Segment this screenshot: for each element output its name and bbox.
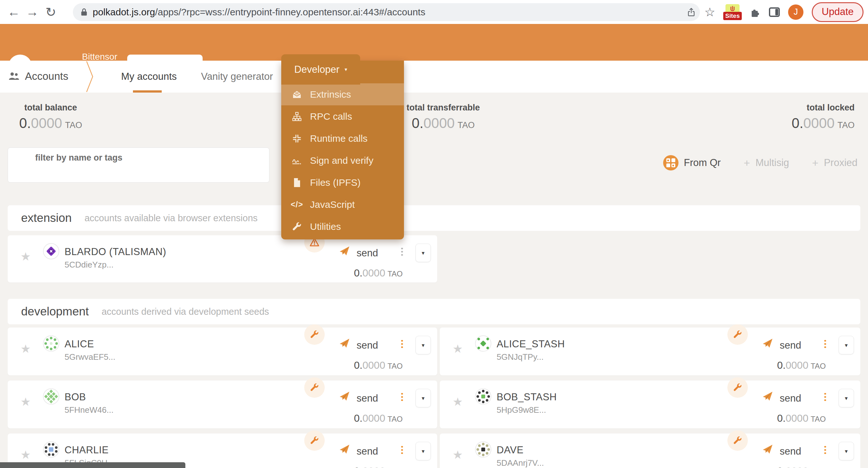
filter-input[interactable] — [35, 164, 263, 174]
side-panel-icon[interactable] — [769, 7, 780, 17]
expand-caret-button[interactable] — [415, 336, 431, 354]
account-name[interactable]: BOB_STASH — [497, 391, 557, 403]
send-button[interactable]: send — [780, 446, 801, 457]
browser-back-icon[interactable]: ← — [4, 5, 23, 19]
profile-avatar[interactable]: J — [788, 4, 803, 20]
more-menu-icon[interactable] — [399, 338, 405, 349]
address-bar[interactable]: polkadot.js.org/apps/?rpc=wss://entrypoi… — [73, 3, 700, 21]
add-multisig-button[interactable]: + Multisig — [744, 157, 789, 169]
menu-item-sign-verify[interactable]: Sign and verify — [281, 149, 404, 171]
menu-item-rpc-calls[interactable]: RPC calls — [281, 105, 404, 127]
dev-badge[interactable] — [727, 377, 748, 398]
menu-item-extrinsics[interactable]: Extrinsics — [281, 83, 404, 105]
send-icon[interactable] — [339, 245, 350, 258]
send-icon[interactable] — [339, 338, 350, 350]
more-menu-icon[interactable] — [399, 391, 405, 403]
dev-badge[interactable] — [304, 430, 325, 451]
menu-item-utilities[interactable]: Utilities — [281, 215, 404, 237]
more-menu-icon[interactable] — [399, 246, 405, 257]
dev-badge[interactable] — [304, 324, 325, 345]
account-address[interactable]: 5GNJqTPy... — [497, 352, 565, 362]
menu-item-javascript[interactable]: </> JavaScript — [281, 194, 404, 215]
favorite-star-icon[interactable] — [453, 448, 463, 462]
expand-caret-button[interactable] — [415, 243, 431, 262]
divider-chevron — [86, 61, 94, 94]
tab-vanity-generator[interactable]: Vanity generator — [201, 71, 273, 82]
more-menu-icon[interactable] — [822, 338, 828, 349]
bookmark-star-icon[interactable]: ☆ — [704, 5, 715, 19]
favorite-star-icon[interactable] — [453, 395, 463, 409]
send-icon[interactable] — [339, 391, 350, 403]
account-name[interactable]: CHARLIE — [65, 444, 115, 456]
chrome-update-button[interactable]: Update — [812, 2, 864, 22]
account-name[interactable]: BLARDO (TALISMAN) — [65, 246, 166, 258]
send-icon[interactable] — [762, 391, 773, 403]
expand-caret-button[interactable] — [415, 442, 431, 460]
active-tab-underline — [133, 90, 162, 93]
account-identicon[interactable] — [43, 388, 59, 405]
wrench-icon — [310, 330, 319, 339]
account-address[interactable]: 5FHneW46... — [65, 405, 114, 415]
dev-badge[interactable] — [304, 377, 325, 398]
send-button[interactable]: send — [356, 393, 378, 404]
send-icon[interactable] — [762, 444, 773, 456]
account-address[interactable]: 5CDdieYzp... — [65, 260, 166, 270]
qr-icon — [663, 155, 679, 170]
expand-caret-button[interactable] — [415, 389, 431, 407]
more-menu-icon[interactable] — [399, 444, 405, 456]
menu-item-files-ipfs[interactable]: Files (IPFS) — [281, 171, 404, 194]
filter-box: filter by name or tags — [8, 147, 270, 182]
nav-developer[interactable]: Developer▾ — [281, 54, 360, 85]
account-address[interactable]: 5GrwvaEF5... — [65, 352, 115, 362]
account-balance: 0.0000TAO — [777, 412, 826, 424]
send-icon[interactable] — [339, 444, 350, 456]
account-name[interactable]: BOB — [65, 391, 114, 403]
browser-forward-icon[interactable]: → — [23, 5, 41, 19]
account-identicon[interactable] — [475, 441, 492, 458]
more-menu-icon[interactable] — [822, 391, 828, 403]
wrench-icon — [310, 436, 319, 445]
favorite-star-icon[interactable] — [453, 342, 463, 356]
browser-toolbar: ← → ↻ polkadot.js.org/apps/?rpc=wss://en… — [0, 0, 868, 24]
account-address[interactable]: 5DAAnrj7V... — [497, 458, 544, 468]
file-icon — [291, 178, 302, 188]
more-menu-icon[interactable] — [822, 444, 828, 456]
plus-icon: + — [744, 157, 750, 169]
send-button[interactable]: send — [780, 340, 801, 351]
account-address[interactable]: 5HpG9w8E... — [497, 405, 557, 415]
send-button[interactable]: send — [780, 393, 801, 404]
favorite-star-icon[interactable] — [21, 250, 31, 263]
plus-icon: + — [812, 157, 818, 169]
favorite-star-icon[interactable] — [21, 448, 31, 462]
expand-caret-button[interactable] — [839, 442, 854, 460]
sites-extension-icon[interactable]: Sites — [723, 4, 741, 20]
expand-caret-button[interactable] — [839, 389, 854, 407]
account-name[interactable]: DAVE — [497, 444, 544, 456]
menu-item-runtime-calls[interactable]: Runtime calls — [281, 127, 404, 149]
browser-reload-icon[interactable]: ↻ — [41, 5, 60, 20]
expand-caret-button[interactable] — [839, 336, 854, 354]
extensions-puzzle-icon[interactable] — [750, 7, 761, 18]
dev-badge[interactable] — [727, 430, 748, 451]
account-identicon[interactable] — [475, 388, 492, 405]
account-identicon[interactable] — [475, 335, 492, 352]
send-button[interactable]: send — [356, 446, 378, 457]
favorite-star-icon[interactable] — [21, 395, 31, 409]
account-identicon[interactable] — [43, 243, 59, 260]
account-name[interactable]: ALICE — [65, 338, 115, 350]
send-button[interactable]: send — [356, 340, 378, 351]
add-proxied-button[interactable]: + Proxied — [812, 157, 858, 169]
account-row-alice: ALICE 5GrwvaEF5... send 0.0000TAO — [8, 328, 437, 375]
tab-my-accounts[interactable]: My accounts — [121, 71, 177, 82]
account-identicon[interactable] — [43, 335, 59, 352]
dev-badge[interactable] — [727, 324, 748, 345]
account-identicon[interactable] — [43, 441, 59, 458]
share-icon[interactable] — [686, 7, 696, 17]
favorite-star-icon[interactable] — [21, 342, 31, 356]
account-actions: From Qr + Multisig + Proxied — [663, 155, 858, 170]
section-header-development: development accounts derived via develop… — [8, 299, 860, 324]
send-button[interactable]: send — [356, 247, 378, 259]
from-qr-button[interactable]: From Qr — [663, 155, 721, 170]
account-name[interactable]: ALICE_STASH — [497, 338, 565, 350]
send-icon[interactable] — [762, 338, 773, 350]
